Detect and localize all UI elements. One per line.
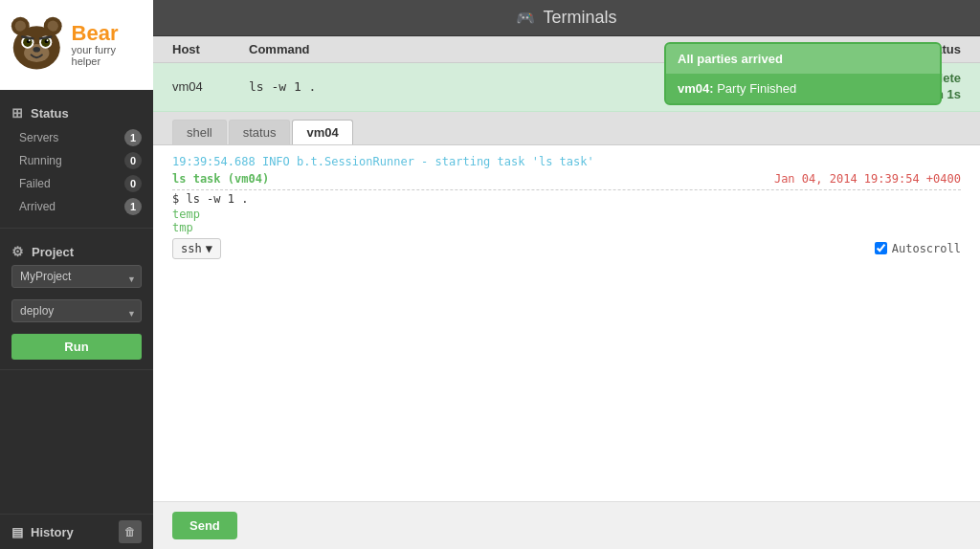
running-badge: 0	[124, 152, 142, 169]
term-toolbar: ssh ▼ Autoscroll	[172, 238, 961, 259]
notification-bottom: vm04: Party Finished	[666, 74, 940, 103]
servers-label: Servers	[19, 131, 58, 144]
send-button[interactable]: Send	[172, 512, 237, 539]
project-select-wrapper[interactable]: MyProject	[11, 265, 142, 294]
send-area: Send	[153, 501, 980, 549]
notification-message: Party Finished	[717, 81, 796, 96]
ssh-dropdown[interactable]: ssh ▼	[172, 238, 221, 259]
failed-stat: Failed 0	[0, 172, 153, 195]
task-select[interactable]: deploy	[11, 299, 142, 322]
project-section: ⚙ Project MyProject deploy Run	[0, 229, 153, 370]
status-section: ⊞ Status Servers 1 Running 0 Failed 0 Ar…	[0, 90, 153, 229]
bear-logo-icon	[10, 11, 64, 78]
main-content: 🎮 Terminals All parties arrived vm04: Pa…	[153, 0, 980, 549]
svg-point-16	[33, 47, 40, 53]
running-label: Running	[19, 154, 62, 167]
term-info-line: 19:39:54.688 INFO b.t.SessionRunner - st…	[172, 155, 961, 168]
svg-point-12	[29, 39, 31, 41]
autoscroll-text: Autoscroll	[892, 242, 961, 255]
status-header: ⊞ Status	[0, 99, 153, 126]
project-header: ⚙ Project	[11, 238, 142, 265]
tab-status[interactable]: status	[229, 120, 291, 144]
autoscroll-label[interactable]: Autoscroll	[875, 242, 961, 255]
servers-badge: 1	[124, 129, 142, 146]
top-bar: 🎮 Terminals	[153, 0, 980, 36]
project-label: Project	[32, 245, 74, 259]
term-timestamp: Jan 04, 2014 19:39:54 +0400	[774, 172, 961, 186]
ssh-label: ssh	[181, 242, 202, 255]
run-button[interactable]: Run	[11, 334, 142, 360]
arrived-label: Arrived	[19, 200, 56, 213]
app-name: Bear	[72, 23, 144, 44]
arrived-stat: Arrived 1	[0, 195, 153, 218]
settings-icon: ⚙	[11, 244, 24, 259]
term-output-line1: temp	[172, 208, 961, 221]
notification-popup: All parties arrived vm04: Party Finished	[664, 42, 942, 105]
autoscroll-checkbox[interactable]	[875, 242, 887, 254]
logo-area: Bear your furry helper	[0, 0, 153, 90]
arrived-badge: 1	[124, 198, 142, 215]
failed-badge: 0	[124, 175, 142, 192]
failed-label: Failed	[19, 177, 51, 190]
term-task-header: ls task (vm04) Jan 04, 2014 19:39:54 +04…	[172, 172, 961, 186]
history-label: ▤ History	[11, 525, 74, 539]
history-icon: ▤	[11, 525, 23, 539]
page-title-text: Terminals	[543, 8, 616, 28]
logo-text-area: Bear your furry helper	[72, 23, 144, 67]
terminal-output: 19:39:54.688 INFO b.t.SessionRunner - st…	[153, 145, 980, 501]
terminal-tabs: shell status vm04	[153, 112, 980, 145]
term-separator	[172, 189, 961, 190]
term-command: $ ls -w 1 .	[172, 192, 961, 206]
svg-point-13	[47, 39, 49, 41]
history-section: ▤ History 🗑	[0, 514, 153, 549]
ssh-chevron-icon: ▼	[206, 242, 212, 255]
col-host-header: Host	[172, 42, 249, 56]
status-label: Status	[31, 106, 69, 121]
row-host: vm04	[172, 79, 249, 94]
term-output-line2: tmp	[172, 221, 961, 234]
history-text: History	[31, 525, 74, 539]
app-subtitle: your furry helper	[72, 44, 144, 67]
servers-stat: Servers 1	[0, 126, 153, 149]
project-select[interactable]: MyProject	[11, 265, 142, 288]
task-select-wrapper[interactable]: deploy	[11, 299, 142, 328]
terminals-icon: 🎮	[516, 9, 535, 27]
running-stat: Running 0	[0, 149, 153, 172]
sidebar: Bear your furry helper ⊞ Status Servers …	[0, 0, 153, 549]
tab-vm04[interactable]: vm04	[292, 120, 352, 144]
page-title: 🎮 Terminals	[516, 8, 616, 28]
notification-top: All parties arrived	[666, 44, 940, 74]
term-task-name: ls task (vm04)	[172, 172, 269, 186]
grid-icon: ⊞	[11, 105, 23, 121]
notification-host: vm04:	[678, 81, 714, 96]
tab-shell[interactable]: shell	[172, 120, 227, 144]
history-clear-button[interactable]: 🗑	[119, 520, 142, 543]
